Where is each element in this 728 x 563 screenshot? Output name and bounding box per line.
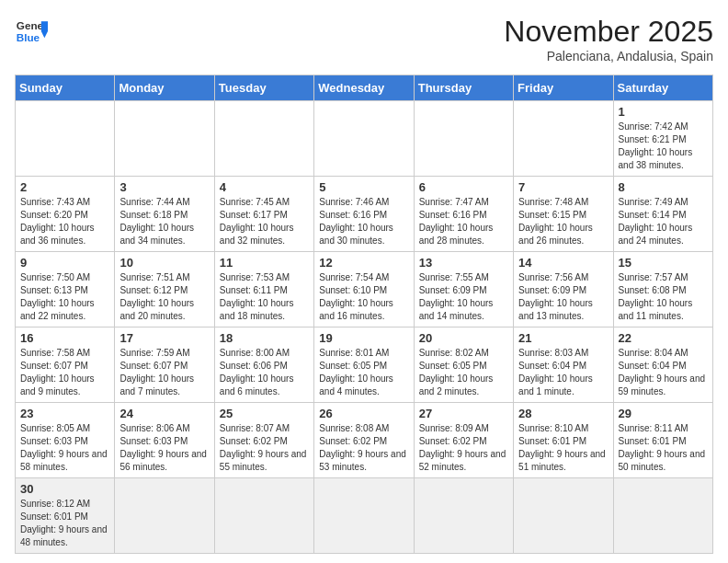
svg-marker-3: [41, 31, 48, 38]
logo-icon: General Blue: [15, 15, 48, 48]
calendar-cell: 3Sunrise: 7:44 AM Sunset: 6:18 PM Daylig…: [115, 177, 214, 252]
day-info: Sunrise: 7:53 AM Sunset: 6:11 PM Dayligh…: [220, 271, 309, 323]
calendar-cell: 11Sunrise: 7:53 AM Sunset: 6:11 PM Dayli…: [214, 252, 313, 327]
calendar-cell: [214, 478, 313, 554]
calendar-cell: 18Sunrise: 8:00 AM Sunset: 6:06 PM Dayli…: [214, 327, 313, 403]
day-info: Sunrise: 7:54 AM Sunset: 6:10 PM Dayligh…: [319, 271, 408, 323]
day-info: Sunrise: 8:01 AM Sunset: 6:05 PM Dayligh…: [319, 347, 408, 398]
calendar-cell: 21Sunrise: 8:03 AM Sunset: 6:04 PM Dayli…: [514, 327, 613, 403]
calendar-cell: 20Sunrise: 8:02 AM Sunset: 6:05 PM Dayli…: [414, 327, 513, 403]
day-number: 24: [119, 407, 209, 420]
calendar-cell: 17Sunrise: 7:59 AM Sunset: 6:07 PM Dayli…: [115, 327, 214, 403]
day-number: 30: [20, 482, 109, 496]
calendar-cell: [115, 101, 214, 177]
calendar-cell: [514, 101, 613, 177]
calendar-week-row: 30Sunrise: 8:12 AM Sunset: 6:01 PM Dayli…: [16, 478, 713, 554]
day-number: 21: [518, 331, 608, 345]
day-info: Sunrise: 7:50 AM Sunset: 6:13 PM Dayligh…: [20, 271, 109, 323]
day-info: Sunrise: 8:07 AM Sunset: 6:02 PM Dayligh…: [220, 422, 309, 474]
day-info: Sunrise: 7:44 AM Sunset: 6:18 PM Dayligh…: [119, 196, 209, 247]
day-number: 29: [619, 407, 708, 420]
day-info: Sunrise: 8:08 AM Sunset: 6:02 PM Dayligh…: [319, 422, 408, 474]
day-number: 9: [20, 256, 109, 270]
calendar-cell: 4Sunrise: 7:45 AM Sunset: 6:17 PM Daylig…: [214, 177, 313, 252]
day-number: 14: [518, 256, 608, 270]
day-info: Sunrise: 7:48 AM Sunset: 6:15 PM Dayligh…: [518, 196, 608, 247]
calendar-cell: 25Sunrise: 8:07 AM Sunset: 6:02 PM Dayli…: [214, 403, 313, 478]
calendar-cell: 16Sunrise: 7:58 AM Sunset: 6:07 PM Dayli…: [16, 327, 115, 403]
page-header: General Blue November 2025 Palenciana, A…: [15, 15, 713, 63]
day-info: Sunrise: 7:45 AM Sunset: 6:17 PM Dayligh…: [220, 196, 309, 247]
calendar-cell: 2Sunrise: 7:43 AM Sunset: 6:20 PM Daylig…: [16, 177, 115, 252]
day-info: Sunrise: 8:00 AM Sunset: 6:06 PM Dayligh…: [220, 347, 309, 398]
svg-text:Blue: Blue: [17, 31, 40, 43]
day-info: Sunrise: 8:05 AM Sunset: 6:03 PM Dayligh…: [20, 422, 109, 474]
calendar-cell: [414, 478, 513, 554]
calendar-cell: 1Sunrise: 7:42 AM Sunset: 6:21 PM Daylig…: [613, 101, 712, 177]
calendar-week-row: 9Sunrise: 7:50 AM Sunset: 6:13 PM Daylig…: [16, 252, 713, 327]
calendar-cell: 10Sunrise: 7:51 AM Sunset: 6:12 PM Dayli…: [115, 252, 214, 327]
calendar-cell: 29Sunrise: 8:11 AM Sunset: 6:01 PM Dayli…: [613, 403, 712, 478]
day-number: 8: [619, 180, 708, 194]
month-year-title: November 2025: [504, 15, 713, 49]
day-number: 1: [619, 105, 708, 119]
day-number: 18: [220, 331, 309, 345]
day-number: 5: [319, 180, 408, 194]
calendar-cell: 15Sunrise: 7:57 AM Sunset: 6:08 PM Dayli…: [613, 252, 712, 327]
weekday-header-thursday: Thursday: [414, 75, 513, 101]
calendar-cell: 26Sunrise: 8:08 AM Sunset: 6:02 PM Dayli…: [314, 403, 414, 478]
day-info: Sunrise: 7:51 AM Sunset: 6:12 PM Dayligh…: [119, 271, 209, 323]
weekday-header-monday: Monday: [115, 75, 214, 101]
day-info: Sunrise: 8:04 AM Sunset: 6:04 PM Dayligh…: [619, 347, 708, 398]
weekday-header-row: SundayMondayTuesdayWednesdayThursdayFrid…: [16, 75, 713, 101]
day-number: 6: [419, 180, 508, 194]
day-number: 2: [20, 180, 109, 194]
day-info: Sunrise: 8:11 AM Sunset: 6:01 PM Dayligh…: [619, 422, 708, 474]
weekday-header-wednesday: Wednesday: [314, 75, 414, 101]
calendar-cell: [115, 478, 214, 554]
day-number: 27: [419, 407, 508, 420]
calendar-cell: 9Sunrise: 7:50 AM Sunset: 6:13 PM Daylig…: [16, 252, 115, 327]
day-info: Sunrise: 8:03 AM Sunset: 6:04 PM Dayligh…: [518, 347, 608, 398]
svg-marker-2: [41, 21, 48, 31]
logo: General Blue: [15, 15, 48, 48]
day-info: Sunrise: 8:06 AM Sunset: 6:03 PM Dayligh…: [119, 422, 209, 474]
calendar-cell: 23Sunrise: 8:05 AM Sunset: 6:03 PM Dayli…: [16, 403, 115, 478]
calendar-week-row: 2Sunrise: 7:43 AM Sunset: 6:20 PM Daylig…: [16, 177, 713, 252]
day-info: Sunrise: 7:49 AM Sunset: 6:14 PM Dayligh…: [619, 196, 708, 247]
day-number: 25: [220, 407, 309, 420]
day-info: Sunrise: 7:46 AM Sunset: 6:16 PM Dayligh…: [319, 196, 408, 247]
calendar-week-row: 16Sunrise: 7:58 AM Sunset: 6:07 PM Dayli…: [16, 327, 713, 403]
calendar-week-row: 1Sunrise: 7:42 AM Sunset: 6:21 PM Daylig…: [16, 101, 713, 177]
calendar-cell: [514, 478, 613, 554]
day-number: 13: [419, 256, 508, 270]
day-number: 23: [20, 407, 109, 420]
calendar-cell: 27Sunrise: 8:09 AM Sunset: 6:02 PM Dayli…: [414, 403, 513, 478]
day-info: Sunrise: 7:47 AM Sunset: 6:16 PM Dayligh…: [419, 196, 508, 247]
day-number: 4: [220, 180, 309, 194]
calendar-cell: [314, 101, 414, 177]
day-info: Sunrise: 8:10 AM Sunset: 6:01 PM Dayligh…: [518, 422, 608, 474]
calendar-cell: [414, 101, 513, 177]
day-info: Sunrise: 7:59 AM Sunset: 6:07 PM Dayligh…: [119, 347, 209, 398]
calendar-week-row: 23Sunrise: 8:05 AM Sunset: 6:03 PM Dayli…: [16, 403, 713, 478]
day-number: 10: [119, 256, 209, 270]
day-number: 7: [518, 180, 608, 194]
day-info: Sunrise: 7:58 AM Sunset: 6:07 PM Dayligh…: [20, 347, 109, 398]
day-number: 11: [220, 256, 309, 270]
calendar-cell: 14Sunrise: 7:56 AM Sunset: 6:09 PM Dayli…: [514, 252, 613, 327]
day-info: Sunrise: 7:43 AM Sunset: 6:20 PM Dayligh…: [20, 196, 109, 247]
day-number: 22: [619, 331, 708, 345]
calendar-cell: 7Sunrise: 7:48 AM Sunset: 6:15 PM Daylig…: [514, 177, 613, 252]
day-number: 26: [319, 407, 408, 420]
calendar-cell: [613, 478, 712, 554]
calendar-cell: [16, 101, 115, 177]
calendar-table: SundayMondayTuesdayWednesdayThursdayFrid…: [15, 75, 713, 554]
day-number: 17: [119, 331, 209, 345]
day-number: 12: [319, 256, 408, 270]
day-number: 28: [518, 407, 608, 420]
calendar-cell: 8Sunrise: 7:49 AM Sunset: 6:14 PM Daylig…: [613, 177, 712, 252]
day-info: Sunrise: 7:57 AM Sunset: 6:08 PM Dayligh…: [619, 271, 708, 323]
calendar-cell: 24Sunrise: 8:06 AM Sunset: 6:03 PM Dayli…: [115, 403, 214, 478]
title-area: November 2025 Palenciana, Andalusia, Spa…: [504, 15, 713, 63]
